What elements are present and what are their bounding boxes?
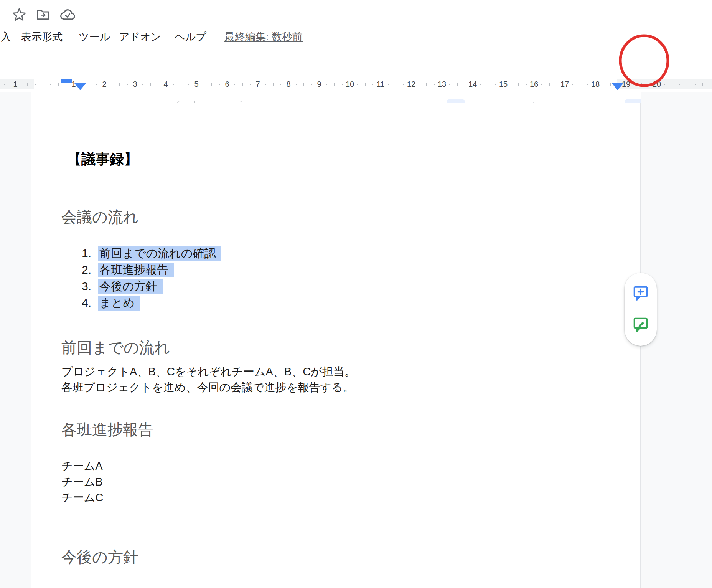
ruler-tick: [679, 84, 680, 85]
ruler-number: 20: [653, 80, 661, 89]
menu-item-help[interactable]: ヘルプ: [175, 30, 206, 44]
ruler-tick: [495, 84, 496, 85]
ruler-tick: [488, 83, 488, 86]
body-line[interactable]: プロジェクトA、B、CをそれぞれチームA、B、Cが担当。: [61, 364, 356, 380]
ruler-tick: [119, 83, 120, 86]
ruler-number: 5: [194, 80, 198, 89]
ruler-tick: [580, 83, 580, 86]
ruler-number: 16: [530, 80, 538, 89]
ruler-tick: [173, 84, 174, 85]
selected-text[interactable]: 前回までの流れの確認: [98, 246, 221, 261]
agenda-numbered-list: 1.前回までの流れの確認 2.各班進捗報告 3.今後の方針 4.まとめ: [73, 245, 221, 311]
document-actions: [12, 6, 76, 25]
cloud-status-icon[interactable]: [59, 6, 76, 25]
ruler-tick: [549, 83, 550, 86]
ruler-tick: [50, 84, 51, 85]
list-item[interactable]: 2.各班進捗報告: [73, 261, 221, 278]
ruler-tick: [303, 83, 304, 86]
ruler-number: 17: [560, 80, 569, 89]
ruler-tick: [641, 83, 642, 86]
last-edit-link[interactable]: 最終編集: 数秒前: [224, 30, 303, 44]
ruler-tick: [89, 83, 89, 86]
ruler-number: 18: [591, 80, 600, 89]
ruler-tick: [127, 84, 128, 85]
selected-text[interactable]: 今後の方針: [98, 279, 163, 294]
move-folder-icon[interactable]: [35, 7, 51, 24]
menu-item-insert-clipped[interactable]: 入: [1, 30, 11, 44]
ruler-tick: [434, 84, 435, 85]
ruler-tick: [35, 84, 36, 85]
ruler-tick: [311, 84, 312, 85]
add-comment-floating-button[interactable]: [631, 284, 650, 303]
team-line[interactable]: チームA: [61, 458, 103, 474]
ruler-number: 9: [317, 80, 321, 89]
selected-text[interactable]: まとめ: [98, 296, 140, 311]
ruler-tick: [426, 83, 427, 86]
ruler-tick: [695, 84, 696, 85]
ruler-tick: [465, 84, 465, 85]
left-indent-marker[interactable]: [74, 83, 86, 90]
team-line[interactable]: チームB: [61, 474, 103, 490]
heading-progress-report[interactable]: 各班進捗報告: [61, 421, 153, 438]
ruler-tick: [265, 84, 266, 85]
document-title-text[interactable]: 【議事録】: [67, 150, 138, 168]
ruler-tick: [181, 83, 181, 86]
list-number: 4.: [73, 294, 98, 311]
ruler-tick: [518, 83, 519, 86]
ruler-tick: [27, 83, 28, 86]
selected-text[interactable]: 各班進捗報告: [98, 263, 174, 277]
google-docs-window: 入 表示形式 ツール アドオン ヘルプ 最終編集: 数秒前 標準テキス... A…: [0, 0, 712, 588]
menu-item-addons[interactable]: アドオン: [119, 30, 162, 44]
menu-bar: 入 表示形式 ツール アドオン ヘルプ 最終編集: 数秒前: [0, 29, 712, 45]
ruler-margin-number: 1: [13, 80, 17, 89]
list-number: 3.: [73, 278, 98, 294]
ruler-tick: [4, 84, 5, 85]
heading-future-policy[interactable]: 今後の方針: [61, 548, 138, 566]
ruler-tick: [649, 84, 649, 85]
ruler-tick: [610, 83, 611, 86]
star-icon[interactable]: [12, 7, 27, 24]
ruler-number: 3: [133, 80, 137, 89]
ruler-tick: [633, 84, 634, 85]
ruler-tick: [204, 84, 204, 85]
first-line-indent-marker[interactable]: [61, 79, 72, 83]
ruler-tick: [480, 84, 481, 85]
ruler-tick: [419, 84, 419, 85]
heading-previous-flow[interactable]: 前回までの流れ: [61, 339, 170, 356]
ruler-number: 11: [377, 80, 385, 89]
ruler-tick: [211, 83, 212, 86]
ruler-tick: [572, 84, 573, 85]
ruler-tick: [280, 84, 281, 85]
ruler-number: 4: [163, 80, 168, 89]
ruler-tick: [58, 83, 59, 86]
list-item[interactable]: 3.今後の方針: [73, 278, 221, 294]
ruler-tick: [273, 83, 274, 86]
right-indent-marker[interactable]: [612, 83, 623, 90]
floating-action-pill: [625, 273, 657, 346]
menu-item-tools[interactable]: ツール: [79, 30, 110, 44]
ruler-tick: [541, 84, 542, 85]
list-number: 2.: [73, 261, 98, 278]
ruler-tick: [96, 84, 97, 85]
ruler-tick: [372, 84, 373, 85]
ruler-tick: [603, 84, 603, 85]
ruler-tick: [672, 83, 672, 86]
ruler-tick: [357, 84, 358, 85]
ruler-tick: [702, 83, 703, 86]
ruler-tick: [388, 84, 389, 85]
suggest-edits-button[interactable]: [631, 316, 650, 334]
list-item[interactable]: 4.まとめ: [73, 294, 221, 311]
ruler: 1 1234567891011121314151617181920: [0, 79, 712, 91]
ruler-tick: [242, 83, 243, 86]
ruler-tick: [326, 84, 327, 85]
list-item[interactable]: 1.前回までの流れの確認: [73, 245, 221, 261]
ruler-tick: [403, 84, 404, 85]
ruler-tick: [511, 84, 511, 85]
menu-item-format[interactable]: 表示形式: [21, 30, 63, 44]
body-line[interactable]: 各班プロジェクトを進め、今回の会議で進捗を報告する。: [61, 380, 354, 395]
ruler-number: 12: [407, 80, 415, 89]
team-line[interactable]: チームC: [61, 490, 103, 505]
ruler-tick: [557, 84, 557, 85]
list-number: 1.: [73, 245, 98, 261]
heading-agenda[interactable]: 会議の流れ: [61, 208, 139, 226]
